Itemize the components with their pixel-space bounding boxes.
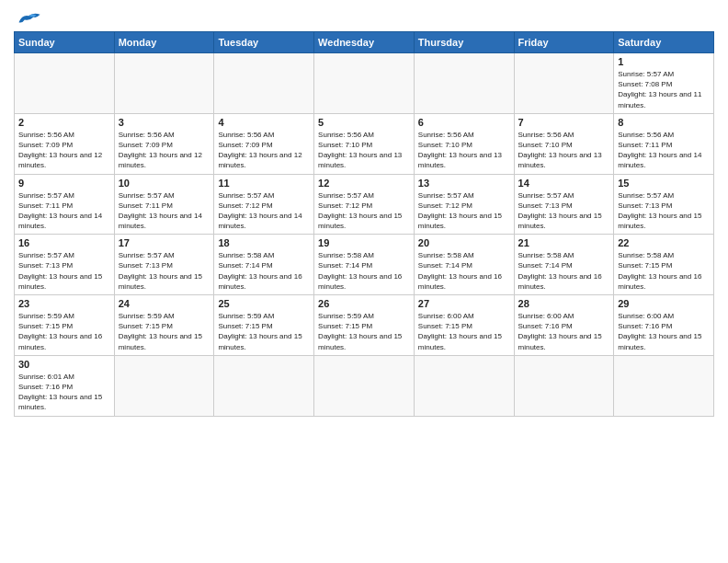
calendar-week-5: 23Sunrise: 5:59 AMSunset: 7:15 PMDayligh… [15,295,714,356]
day-info: Sunrise: 5:57 AMSunset: 7:12 PMDaylight:… [318,190,410,232]
day-info: Sunrise: 5:56 AMSunset: 7:10 PMDaylight:… [318,130,410,171]
day-info: Sunrise: 5:59 AMSunset: 7:15 PMDaylight:… [318,311,410,352]
day-info: Sunrise: 5:56 AMSunset: 7:10 PMDaylight:… [518,130,610,171]
day-number: 18 [218,237,310,248]
calendar-cell: 23Sunrise: 5:59 AMSunset: 7:15 PMDayligh… [15,295,115,356]
calendar-cell: 4Sunrise: 5:56 AMSunset: 7:09 PMDaylight… [214,113,314,174]
calendar-cell [214,53,314,114]
day-info: Sunrise: 5:57 AMSunset: 7:11 PMDaylight:… [119,190,210,232]
day-number: 8 [618,117,710,128]
day-number: 1 [618,56,710,67]
calendar-cell: 19Sunrise: 5:58 AMSunset: 7:14 PMDayligh… [314,235,415,295]
day-info: Sunrise: 6:01 AMSunset: 7:16 PMDaylight:… [18,372,110,413]
day-number: 24 [119,298,210,309]
day-info: Sunrise: 5:59 AMSunset: 7:15 PMDaylight:… [218,311,310,352]
day-info: Sunrise: 6:00 AMSunset: 7:16 PMDaylight:… [618,311,710,352]
day-info: Sunrise: 6:00 AMSunset: 7:15 PMDaylight:… [418,311,510,352]
calendar-cell: 18Sunrise: 5:58 AMSunset: 7:14 PMDayligh… [214,235,314,295]
calendar-cell: 13Sunrise: 5:57 AMSunset: 7:12 PMDayligh… [414,174,514,235]
day-number: 4 [218,117,310,128]
calendar-cell: 8Sunrise: 5:56 AMSunset: 7:11 PMDaylight… [614,113,714,174]
day-info: Sunrise: 5:58 AMSunset: 7:14 PMDaylight:… [218,250,310,292]
calendar-cell: 1Sunrise: 5:57 AMSunset: 7:08 PMDaylight… [614,53,714,114]
day-number: 10 [119,178,210,189]
day-info: Sunrise: 5:59 AMSunset: 7:15 PMDaylight:… [119,311,210,352]
day-number: 27 [418,298,510,309]
calendar-cell: 5Sunrise: 5:56 AMSunset: 7:10 PMDaylight… [314,113,415,174]
day-number: 21 [518,237,610,248]
logo-bird-icon [16,9,41,28]
day-number: 23 [18,298,110,309]
day-info: Sunrise: 5:59 AMSunset: 7:15 PMDaylight:… [18,311,110,352]
calendar-cell: 29Sunrise: 6:00 AMSunset: 7:16 PMDayligh… [614,295,714,356]
calendar-cell: 3Sunrise: 5:56 AMSunset: 7:09 PMDaylight… [114,113,214,174]
calendar-cell: 25Sunrise: 5:59 AMSunset: 7:15 PMDayligh… [214,295,314,356]
weekday-header-monday: Monday [114,32,214,53]
day-info: Sunrise: 5:57 AMSunset: 7:13 PMDaylight:… [18,250,110,292]
calendar-cell: 17Sunrise: 5:57 AMSunset: 7:13 PMDayligh… [114,235,214,295]
day-number: 30 [18,359,110,370]
day-info: Sunrise: 6:00 AMSunset: 7:16 PMDaylight:… [518,311,610,352]
calendar-cell: 16Sunrise: 5:57 AMSunset: 7:13 PMDayligh… [15,235,115,295]
page-header [14,9,714,28]
weekday-header-tuesday: Tuesday [214,32,314,53]
calendar-cell: 27Sunrise: 6:00 AMSunset: 7:15 PMDayligh… [414,295,514,356]
calendar-cell: 2Sunrise: 5:56 AMSunset: 7:09 PMDaylight… [15,113,115,174]
weekday-header-row: SundayMondayTuesdayWednesdayThursdayFrid… [15,32,714,53]
day-info: Sunrise: 5:57 AMSunset: 7:11 PMDaylight:… [18,190,110,232]
day-number: 9 [18,178,110,189]
calendar-cell: 10Sunrise: 5:57 AMSunset: 7:11 PMDayligh… [114,174,214,235]
day-info: Sunrise: 5:58 AMSunset: 7:14 PMDaylight:… [418,250,510,292]
calendar-cell [514,53,614,114]
calendar-cell: 12Sunrise: 5:57 AMSunset: 7:12 PMDayligh… [314,174,415,235]
day-number: 7 [518,117,610,128]
calendar-cell: 20Sunrise: 5:58 AMSunset: 7:14 PMDayligh… [414,235,514,295]
day-info: Sunrise: 5:58 AMSunset: 7:14 PMDaylight:… [318,250,410,292]
day-info: Sunrise: 5:57 AMSunset: 7:12 PMDaylight:… [218,190,310,232]
calendar-week-1: 1Sunrise: 5:57 AMSunset: 7:08 PMDaylight… [15,53,714,114]
calendar-cell [114,355,214,416]
weekday-header-friday: Friday [514,32,614,53]
day-info: Sunrise: 5:57 AMSunset: 7:13 PMDaylight:… [119,250,210,292]
day-info: Sunrise: 5:56 AMSunset: 7:09 PMDaylight:… [218,130,310,171]
calendar-cell [114,53,214,114]
calendar-cell: 6Sunrise: 5:56 AMSunset: 7:10 PMDaylight… [414,113,514,174]
day-number: 20 [418,237,510,248]
day-number: 19 [318,237,410,248]
day-info: Sunrise: 5:57 AMSunset: 7:13 PMDaylight:… [518,190,610,232]
day-number: 14 [518,178,610,189]
weekday-header-wednesday: Wednesday [314,32,415,53]
day-info: Sunrise: 5:56 AMSunset: 7:09 PMDaylight:… [119,130,210,171]
day-number: 3 [119,117,210,128]
day-number: 29 [618,298,710,309]
calendar-cell [15,53,115,114]
day-number: 17 [119,237,210,248]
calendar-week-3: 9Sunrise: 5:57 AMSunset: 7:11 PMDaylight… [15,174,714,235]
day-info: Sunrise: 5:58 AMSunset: 7:15 PMDaylight:… [618,250,710,292]
calendar-table: SundayMondayTuesdayWednesdayThursdayFrid… [14,31,714,417]
calendar-cell: 14Sunrise: 5:57 AMSunset: 7:13 PMDayligh… [514,174,614,235]
day-number: 11 [218,178,310,189]
day-number: 13 [418,178,510,189]
calendar-cell [314,53,415,114]
day-number: 25 [218,298,310,309]
day-info: Sunrise: 5:56 AMSunset: 7:09 PMDaylight:… [18,130,110,171]
calendar-cell [414,355,514,416]
calendar-week-6: 30Sunrise: 6:01 AMSunset: 7:16 PMDayligh… [15,355,714,416]
weekday-header-sunday: Sunday [15,32,115,53]
day-number: 15 [618,178,710,189]
weekday-header-thursday: Thursday [414,32,514,53]
day-number: 12 [318,178,410,189]
weekday-header-saturday: Saturday [614,32,714,53]
calendar-cell [614,355,714,416]
day-info: Sunrise: 5:58 AMSunset: 7:14 PMDaylight:… [518,250,610,292]
day-number: 6 [418,117,510,128]
calendar-cell: 7Sunrise: 5:56 AMSunset: 7:10 PMDaylight… [514,113,614,174]
calendar-week-2: 2Sunrise: 5:56 AMSunset: 7:09 PMDaylight… [15,113,714,174]
calendar-cell [214,355,314,416]
logo [14,9,41,28]
day-info: Sunrise: 5:56 AMSunset: 7:10 PMDaylight:… [418,130,510,171]
calendar-week-4: 16Sunrise: 5:57 AMSunset: 7:13 PMDayligh… [15,235,714,295]
day-info: Sunrise: 5:57 AMSunset: 7:08 PMDaylight:… [618,69,710,110]
day-number: 5 [318,117,410,128]
